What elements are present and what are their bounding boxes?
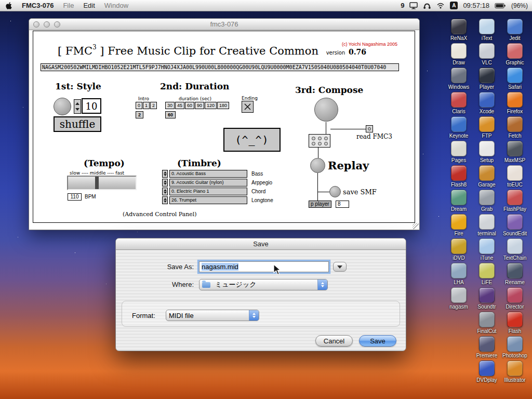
- desktop-icon-xcode[interactable]: Xcode: [473, 92, 501, 114]
- desktop-icon-draw[interactable]: Draw: [445, 43, 473, 65]
- intro-option[interactable]: 2: [150, 102, 157, 109]
- desktop-icon-garage[interactable]: Garage: [473, 165, 501, 188]
- desktop-icon-itext[interactable]: iText: [473, 19, 501, 41]
- desktop-icon-photoshop[interactable]: Photoshop: [501, 336, 529, 358]
- intro-option[interactable]: 1: [143, 102, 150, 109]
- input-mode-indicator[interactable]: A: [450, 2, 458, 9]
- timbre-stepper[interactable]: [162, 196, 168, 204]
- menu-clock[interactable]: 09:57:18: [463, 2, 489, 9]
- desktop-icon-terminal[interactable]: terminal: [473, 214, 501, 236]
- desktop-icon-player[interactable]: Player: [473, 68, 501, 90]
- desktop-icon-safari[interactable]: Safari: [501, 68, 529, 90]
- format-popup[interactable]: MIDI file: [166, 310, 259, 321]
- intro-value-box[interactable]: 2: [136, 111, 143, 118]
- save-dialog-titlebar[interactable]: Save: [116, 238, 406, 250]
- close-button[interactable]: [33, 21, 39, 28]
- desktop-icon-fetch[interactable]: Fetch: [501, 116, 529, 139]
- desktop-icon-idvd[interactable]: iDVD: [445, 238, 473, 261]
- duration-value-box[interactable]: 60: [165, 111, 176, 118]
- shuffle-button[interactable]: shuffle: [54, 116, 101, 132]
- duration-option[interactable]: 30: [165, 102, 175, 109]
- desktop-icon-grab[interactable]: Grab: [473, 190, 501, 212]
- app-menu-title[interactable]: FMC3-076: [22, 2, 54, 9]
- timbre-stepper[interactable]: [162, 188, 168, 195]
- clip-code-field[interactable]: NAGASM200502WMILMDIHBO1052E21MTL5F9PJ7HN…: [41, 63, 399, 71]
- fmc3-titlebar[interactable]: fmc3-076: [29, 19, 419, 30]
- tempo-slider[interactable]: [67, 176, 137, 190]
- minimize-button[interactable]: [44, 21, 50, 28]
- bpm-number-box[interactable]: 110: [68, 193, 82, 201]
- filename-input[interactable]: nagasm.mid: [199, 261, 329, 272]
- preset-dot[interactable]: [318, 142, 322, 145]
- advanced-panel-label[interactable]: (Advanced Control Panel): [123, 211, 197, 218]
- desktop-icon-soundedit[interactable]: SoundEdit: [501, 214, 529, 236]
- desktop-icon-rename[interactable]: Rename: [501, 263, 529, 285]
- wifi-menu-icon[interactable]: [436, 2, 445, 9]
- where-popup[interactable]: ミュージック: [199, 279, 328, 290]
- preset-object[interactable]: [309, 134, 330, 148]
- save-smf-button[interactable]: [329, 186, 341, 197]
- compose-big-button[interactable]: [314, 98, 338, 122]
- desktop-icon-dream[interactable]: Dream: [445, 190, 473, 212]
- player-object-box[interactable]: p player: [309, 201, 331, 208]
- desktop-icon-finalcut[interactable]: FinalCut: [473, 312, 501, 334]
- style-number-box[interactable]: 10: [82, 98, 101, 114]
- desktop-icon-lha[interactable]: LHA: [445, 263, 473, 285]
- menu-extra-badge[interactable]: 9: [401, 2, 404, 9]
- preset-dot[interactable]: [324, 137, 328, 140]
- desktop-icon-itune[interactable]: iTune: [473, 238, 501, 261]
- replay-button[interactable]: [310, 158, 325, 173]
- desktop-icon-pages[interactable]: Pages: [445, 141, 473, 163]
- zoom-button[interactable]: [54, 21, 60, 28]
- desktop-icon-dvdplay[interactable]: DVDplay: [473, 361, 501, 383]
- desktop-icon-fire[interactable]: Fire: [445, 214, 473, 236]
- style-stepper[interactable]: [74, 99, 81, 114]
- resize-grip[interactable]: [413, 223, 419, 229]
- desktop-icon-textchain[interactable]: TextChain: [501, 238, 529, 261]
- duration-option[interactable]: 120: [205, 102, 217, 109]
- duration-option[interactable]: 90: [195, 102, 204, 109]
- timbre-stepper[interactable]: [162, 170, 168, 178]
- battery-icon[interactable]: [495, 3, 506, 9]
- expand-dialog-button[interactable]: [333, 262, 347, 272]
- desktop-icon-flash[interactable]: Flash: [501, 312, 529, 334]
- preset-dot[interactable]: [324, 142, 328, 145]
- desktop-icon-renax[interactable]: ReNaX: [445, 19, 473, 41]
- save-button[interactable]: Save: [359, 335, 396, 347]
- desktop-icon-soundtr[interactable]: Soundtr: [473, 287, 501, 310]
- phone-menu-icon[interactable]: [423, 2, 431, 9]
- desktop-icon-windows[interactable]: Windows: [445, 68, 473, 90]
- desktop-icon-jedit[interactable]: Jedit: [501, 19, 529, 41]
- duration-option[interactable]: 60: [185, 102, 194, 109]
- timbre-stepper[interactable]: [162, 179, 168, 187]
- timbre-menu-bass[interactable]: 0. Acoustic Bass: [169, 170, 247, 178]
- duration-option[interactable]: 180: [217, 102, 229, 109]
- timbre-menu-arppegio[interactable]: 9. Acoustic Guitar (nylon): [169, 179, 247, 187]
- desktop-icon-vlc[interactable]: VLC: [473, 43, 501, 65]
- tempo-slider-handle[interactable]: [95, 177, 99, 189]
- intro-option[interactable]: 0: [136, 102, 142, 109]
- cancel-button[interactable]: Cancel: [315, 335, 353, 347]
- stepper-down-icon[interactable]: [75, 108, 79, 111]
- preset-dot[interactable]: [312, 142, 315, 145]
- desktop-icon-nagasm[interactable]: nagasm: [445, 287, 473, 310]
- timbre-menu-longtone[interactable]: 26. Trumpet: [169, 196, 247, 204]
- timbre-menu-chord[interactable]: 0. Electric Piano 1: [169, 188, 247, 195]
- desktop-icon-director[interactable]: Director: [501, 287, 529, 310]
- player-number-box[interactable]: 8: [336, 201, 349, 208]
- ending-toggle[interactable]: [242, 101, 254, 113]
- desktop-icon-setup[interactable]: Setup: [473, 141, 501, 163]
- desktop-icon-flashplay[interactable]: FlashPlay: [501, 190, 529, 212]
- desktop-icon-claris[interactable]: Claris: [445, 92, 473, 114]
- preset-dot[interactable]: [312, 137, 315, 140]
- menu-window[interactable]: Window: [104, 2, 128, 9]
- desktop-icon-life[interactable]: LiFE: [473, 263, 501, 285]
- desktop-icon-ftp[interactable]: FTP: [473, 116, 501, 139]
- desktop-icon-flash8[interactable]: Flash8: [445, 165, 473, 188]
- read-fmc3-button[interactable]: [366, 125, 373, 132]
- duration-option[interactable]: 45: [175, 102, 184, 109]
- stepper-up-icon[interactable]: [75, 102, 79, 105]
- desktop-icon-firefox[interactable]: Firefox: [501, 92, 529, 114]
- desktop-icon-toeuc[interactable]: toEUC: [501, 165, 529, 188]
- desktop-icon-graphic[interactable]: Graphic: [501, 43, 529, 65]
